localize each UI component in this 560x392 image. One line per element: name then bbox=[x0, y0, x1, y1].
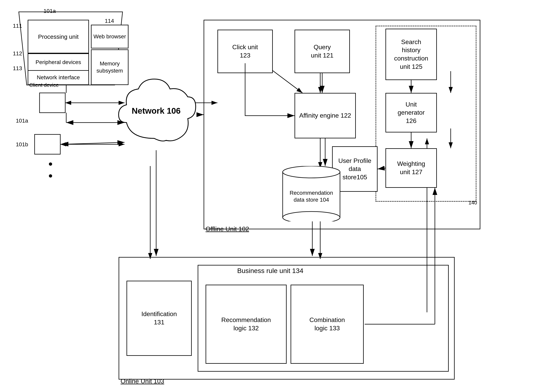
unit-generator-box: Unitgenerator126 bbox=[385, 93, 437, 132]
weighting-unit-box: Weightingunit 127 bbox=[385, 148, 437, 188]
processing-unit-box: Processing unit bbox=[28, 20, 89, 53]
ref-114: 114 bbox=[105, 18, 114, 24]
combination-logic-box: Combinationlogic 133 bbox=[290, 285, 364, 364]
network-interface-label: Network interface bbox=[37, 74, 80, 81]
unit-generator-label: Unitgenerator126 bbox=[398, 101, 425, 125]
svg-rect-5 bbox=[35, 134, 60, 154]
combination-logic-label: Combinationlogic 133 bbox=[309, 316, 345, 332]
affinity-engine-label: Affinity engine 122 bbox=[299, 111, 351, 120]
ref-101a-bot: 101a bbox=[16, 118, 28, 124]
network-cloud: Network 106 bbox=[115, 75, 198, 150]
web-browser-box: Web browser bbox=[91, 25, 129, 49]
ref-140: 140 bbox=[469, 200, 477, 206]
click-unit-box: Click unit123 bbox=[217, 30, 273, 73]
memory-subsystem-label: Memory subsystem bbox=[91, 60, 128, 75]
svg-text:Recommendation: Recommendation bbox=[290, 190, 333, 196]
query-unit-box: Queryunit 121 bbox=[295, 30, 350, 73]
search-history-label: Searchhistoryconstructionunit 125 bbox=[394, 38, 428, 71]
recommendation-logic-label: Recommendationlogic 132 bbox=[221, 316, 271, 332]
svg-point-22 bbox=[283, 166, 340, 178]
peripheral-devices-box: Peripheral devices bbox=[28, 53, 89, 71]
weighting-unit-label: Weightingunit 127 bbox=[397, 160, 425, 176]
ref-101b: 101b bbox=[16, 141, 28, 148]
web-browser-label: Web browser bbox=[93, 33, 126, 40]
svg-text:Network 106: Network 106 bbox=[132, 106, 180, 115]
online-unit-label: Online Unit 103 bbox=[120, 378, 164, 385]
search-history-box: Searchhistoryconstructionunit 125 bbox=[385, 29, 437, 80]
affinity-engine-box: Affinity engine 122 bbox=[295, 93, 356, 138]
identification-box: Identification131 bbox=[127, 281, 192, 356]
click-unit-label: Click unit123 bbox=[232, 43, 258, 60]
identification-label: Identification131 bbox=[141, 310, 177, 326]
ellipsis-dots: •• bbox=[49, 158, 53, 182]
ref-113: 113 bbox=[13, 65, 22, 71]
user-profile-label: User Profiledatastore105 bbox=[338, 157, 371, 181]
svg-point-23 bbox=[283, 211, 340, 221]
ref-101a-top: 101a bbox=[43, 8, 56, 14]
business-rule-label: Business rule unit 134 bbox=[237, 267, 303, 275]
recommendation-datastore: Recommendation data store 104 bbox=[281, 166, 342, 221]
ref-111: 111 bbox=[13, 23, 22, 29]
peripheral-devices-label: Peripheral devices bbox=[36, 59, 81, 66]
query-unit-label: Queryunit 121 bbox=[311, 43, 333, 60]
processing-unit-label: Processing unit bbox=[38, 33, 79, 40]
svg-rect-3 bbox=[40, 93, 65, 113]
svg-text:data store 104: data store 104 bbox=[294, 197, 329, 203]
ref-112: 112 bbox=[13, 50, 22, 57]
offline-unit-label: Offline Unit 102 bbox=[206, 225, 249, 233]
recommendation-logic-box: Recommendationlogic 132 bbox=[206, 285, 287, 364]
client-device-label: Client device bbox=[29, 82, 59, 88]
